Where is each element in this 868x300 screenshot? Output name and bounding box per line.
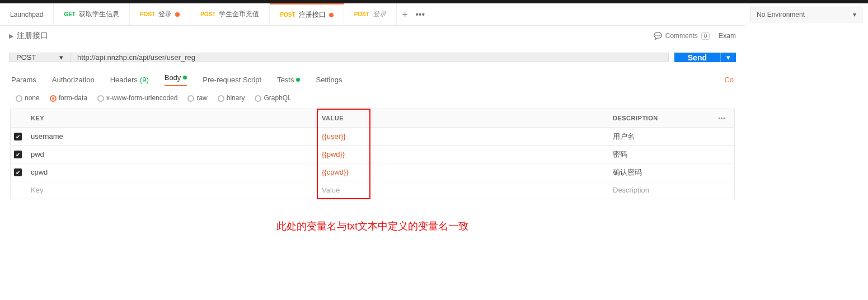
cell-description[interactable]: 确认密码 xyxy=(608,167,710,177)
annotation-text: 此处的变量名与txt文本中定义的变量名一致 xyxy=(0,219,745,233)
tab-recharge[interactable]: POST 学生金币充值 xyxy=(190,3,270,25)
method-badge: POST xyxy=(200,11,215,17)
subtab-headers[interactable]: Headers (9) xyxy=(110,76,149,84)
form-data-table: KEY VALUE DESCRIPTION ••• ✔ username {{u… xyxy=(10,109,735,199)
environment-select[interactable]: No Environment ▾ xyxy=(750,7,862,22)
tab-label: 注册接口 xyxy=(299,10,326,20)
chevron-down-icon: ▾ xyxy=(853,11,856,18)
table-row[interactable]: ✔ username {{user}} 用户名 xyxy=(10,128,735,146)
send-dropdown-button[interactable]: ▾ xyxy=(720,53,736,62)
method-badge: POST xyxy=(354,11,369,17)
cell-key[interactable]: cpwd xyxy=(26,168,317,176)
table-row[interactable]: ✔ pwd {{pwd}} 密码 xyxy=(10,146,735,163)
tab-label: 学生金币充值 xyxy=(219,10,259,19)
cookies-link[interactable]: Co xyxy=(724,76,734,84)
radio-icon xyxy=(218,95,224,102)
cell-description[interactable]: 用户名 xyxy=(608,132,710,142)
cell-key[interactable]: pwd xyxy=(26,150,317,158)
bodytype-graphql[interactable]: GraphQL xyxy=(255,94,291,102)
radio-selected-icon xyxy=(50,95,57,102)
indicator-dot-icon xyxy=(183,76,187,79)
radio-icon xyxy=(97,95,104,102)
tab-login-1[interactable]: POST 登录 xyxy=(130,3,190,25)
comments-button[interactable]: 💬 Comments 0 xyxy=(654,32,710,40)
radio-icon xyxy=(16,95,22,102)
cell-value[interactable]: {{user}} xyxy=(317,132,608,140)
indicator-dot-icon xyxy=(296,78,300,82)
subtab-prerequest[interactable]: Pre-request Script xyxy=(203,76,261,84)
table-header-row: KEY VALUE DESCRIPTION ••• xyxy=(10,109,735,128)
method-badge: GET xyxy=(64,11,76,17)
url-value: http://api.nnzhp.cn/api/user/user_reg xyxy=(77,53,195,62)
tab-label: 登录 xyxy=(158,10,172,19)
body-label: Body xyxy=(165,73,181,82)
cell-value[interactable]: {{cpwd}} xyxy=(317,168,608,176)
cell-value[interactable]: {{pwd}} xyxy=(317,150,608,158)
subtab-params[interactable]: Params xyxy=(11,76,36,84)
cell-value-placeholder[interactable]: Value xyxy=(317,186,608,194)
cell-key[interactable]: username xyxy=(26,132,317,140)
table-row[interactable]: ✔ cpwd {{cpwd}} 确认密码 xyxy=(10,163,735,181)
environment-label: No Environment xyxy=(757,11,805,18)
comments-label: Comments xyxy=(665,32,698,40)
url-input[interactable]: http://api.nnzhp.cn/api/user/user_reg xyxy=(71,53,669,62)
bodytype-formdata[interactable]: form-data xyxy=(50,94,87,102)
subtab-authorization[interactable]: Authorization xyxy=(52,76,95,84)
unsaved-dot-icon xyxy=(175,12,180,17)
radio-icon xyxy=(187,95,194,102)
row-checkbox[interactable]: ✔ xyxy=(14,168,22,176)
tab-label: Launchpad xyxy=(10,11,43,18)
comments-count: 0 xyxy=(701,32,710,40)
tab-label: 获取学生信息 xyxy=(79,10,119,19)
tests-label: Tests xyxy=(277,76,294,84)
method-badge: POST xyxy=(140,11,155,17)
collapse-icon[interactable]: ▶ xyxy=(9,32,13,40)
cell-description[interactable]: 密码 xyxy=(608,149,710,160)
examples-button[interactable]: Exam xyxy=(719,32,736,40)
bulk-edit-button[interactable]: ••• xyxy=(710,115,734,121)
bodytype-none[interactable]: none xyxy=(16,94,40,102)
cell-description-placeholder[interactable]: Description xyxy=(608,186,710,194)
tab-overflow-button[interactable]: ••• xyxy=(415,10,425,20)
new-tab-button[interactable]: + xyxy=(402,10,407,20)
headers-count: (9) xyxy=(140,76,149,84)
request-title: 注册接口 xyxy=(17,31,48,41)
cell-key-placeholder[interactable]: Key xyxy=(26,186,317,194)
tabs-bar: Launchpad GET 获取学生信息 POST 登录 POST 学生金币充值… xyxy=(0,3,745,26)
subtab-body[interactable]: Body xyxy=(165,73,187,86)
tab-label: 登录 xyxy=(373,10,386,19)
comment-icon: 💬 xyxy=(654,32,662,40)
method-value: POST xyxy=(16,53,36,62)
send-button[interactable]: Send xyxy=(674,53,720,62)
header-value: VALUE xyxy=(317,115,608,121)
method-badge: POST xyxy=(280,12,295,18)
row-checkbox[interactable]: ✔ xyxy=(14,133,22,140)
bodytype-raw[interactable]: raw xyxy=(187,94,207,102)
tab-register[interactable]: POST 注册接口 xyxy=(270,3,344,25)
tab-login-2[interactable]: POST 登录 xyxy=(344,3,397,25)
bodytype-binary[interactable]: binary xyxy=(218,94,245,102)
row-checkbox[interactable]: ✔ xyxy=(14,151,22,158)
unsaved-dot-icon xyxy=(329,13,334,17)
headers-label: Headers xyxy=(110,76,138,84)
subtab-settings[interactable]: Settings xyxy=(316,76,342,84)
header-key: KEY xyxy=(26,115,317,121)
bodytype-urlencoded[interactable]: x-www-form-urlencoded xyxy=(97,94,177,102)
radio-icon xyxy=(255,95,261,102)
table-row-new[interactable]: Key Value Description xyxy=(10,181,735,199)
tab-get-student[interactable]: GET 获取学生信息 xyxy=(54,3,130,25)
subtab-tests[interactable]: Tests xyxy=(277,76,300,84)
chevron-down-icon: ▾ xyxy=(59,53,63,62)
header-description: DESCRIPTION xyxy=(608,115,710,121)
http-method-select[interactable]: POST ▾ xyxy=(9,53,71,62)
tab-launchpad[interactable]: Launchpad xyxy=(0,3,54,25)
